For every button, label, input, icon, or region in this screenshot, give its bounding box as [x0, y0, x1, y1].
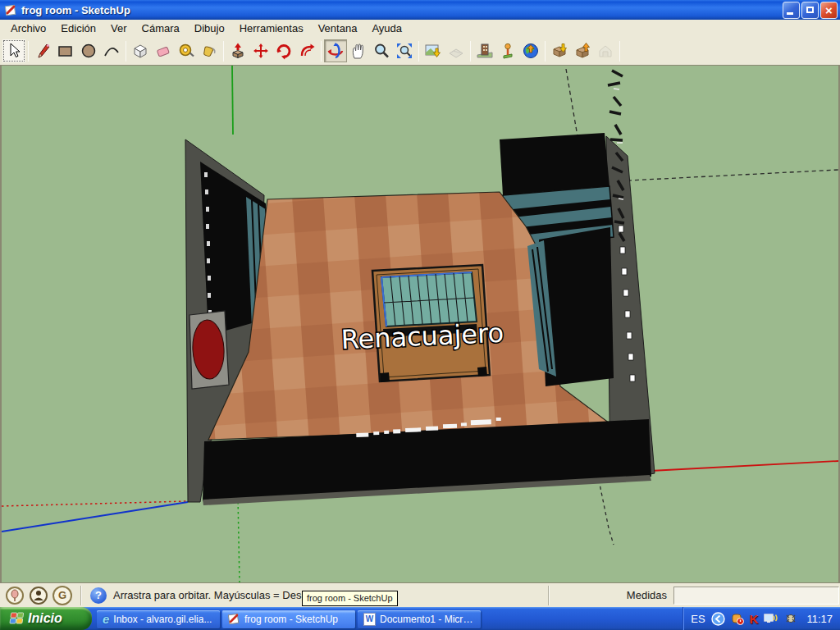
taskbar-task-word[interactable]: W Documento1 - Micros... [358, 610, 481, 628]
select-tool-button[interactable] [2, 39, 25, 62]
offset-tool-button[interactable] [295, 39, 318, 62]
top-cabinet-top [500, 133, 609, 195]
eraser-tool-button[interactable] [152, 39, 175, 62]
taskbar-task-sketchup[interactable]: frog room - SketchUp [222, 610, 355, 628]
component-cube-icon [131, 42, 149, 60]
zoom-extents-tool-button[interactable] [393, 39, 416, 62]
paint-bucket-tool-button[interactable] [198, 39, 221, 62]
menu-dibujo[interactable]: Dibujo [187, 21, 232, 36]
tape-measure-tool-button[interactable] [175, 39, 198, 62]
help-icon[interactable]: ? [90, 587, 107, 604]
hide-icons-chevron[interactable] [711, 612, 725, 626]
minimize-button[interactable] [783, 2, 800, 19]
rotate-tool-button[interactable] [272, 39, 295, 62]
internet-explorer-icon: e [103, 612, 109, 626]
circle-tool-button[interactable] [77, 39, 100, 62]
photo-textures-icon [476, 42, 494, 60]
push-pull-icon [229, 42, 247, 60]
kaspersky-icon[interactable]: K [750, 612, 759, 626]
arc-tool-button[interactable] [100, 39, 123, 62]
claim-credit-icon[interactable] [29, 586, 48, 605]
photo-textures-button[interactable] [473, 39, 496, 62]
get-models-button[interactable] [548, 39, 571, 62]
measurements-label: Medidas [553, 589, 673, 601]
sketchup-logo-icon [4, 3, 17, 16]
toolbar-separator [28, 41, 29, 62]
green-axis [232, 66, 233, 135]
line-tool-button[interactable] [31, 39, 54, 62]
rotate-arrows-icon [275, 42, 293, 60]
get-current-view-icon [424, 42, 442, 60]
language-indicator[interactable]: ES [691, 613, 705, 625]
preview-google-earth-button[interactable] [519, 39, 542, 62]
model-canvas[interactable]: Renacuajero [2, 66, 838, 582]
share-component-icon [596, 42, 614, 60]
status-hint: Arrastra para orbitar. Mayúsculas = Desp… [113, 589, 316, 601]
measurements-field[interactable] [673, 587, 839, 605]
toolbar-separator [619, 41, 620, 62]
word-icon: W [363, 613, 376, 626]
toggle-terrain-button[interactable] [445, 39, 468, 62]
menu-ventana[interactable]: Ventana [311, 21, 365, 36]
pan-tool-button[interactable] [347, 39, 370, 62]
eraser-icon [154, 42, 172, 60]
title-bar[interactable]: frog room - SketchUp × [0, 0, 840, 20]
offset-arrow-icon [298, 42, 316, 60]
share-component-button[interactable] [594, 39, 617, 62]
toolbar-separator [321, 41, 322, 62]
restore-button[interactable] [801, 2, 819, 19]
move-tool-button[interactable] [249, 39, 272, 62]
rectangle-tool-button[interactable] [54, 39, 77, 62]
start-label: Inicio [28, 611, 62, 626]
clock[interactable]: 11:17 [803, 613, 833, 625]
toolbar-separator [545, 41, 546, 62]
menu-ver[interactable]: Ver [103, 21, 135, 36]
make-component-tool-button[interactable] [129, 39, 152, 62]
viewport-3d[interactable]: Renacuajero [0, 66, 840, 582]
table-foot [380, 372, 390, 382]
get-current-view-button[interactable] [422, 39, 445, 62]
close-button[interactable]: × [820, 2, 838, 19]
sketchup-window: frog room - SketchUp × Archivo Edición V… [0, 0, 840, 630]
move-arrows-icon [252, 42, 270, 60]
table-foot [477, 367, 487, 377]
status-bar: G ? Arrastra para orbitar. Mayúsculas = … [0, 582, 840, 607]
toolbar-separator [470, 41, 471, 62]
zoom-extents-icon [395, 42, 413, 60]
paint-bucket-icon [200, 42, 218, 60]
zoom-tool-button[interactable] [370, 39, 393, 62]
taskbar-task-inbox[interactable]: e Inbox - alvaro.gil.elia... [97, 610, 220, 628]
menu-bar: Archivo Edición Ver Cámara Dibujo Herram… [0, 20, 840, 37]
select-arrow-icon [5, 42, 23, 60]
toolbar-separator [223, 41, 224, 62]
add-location-icon [499, 42, 517, 60]
circle-icon [80, 42, 98, 60]
windows-flag-icon [7, 611, 24, 626]
orbit-tool-button[interactable] [324, 39, 347, 62]
terrain-icon [447, 42, 465, 60]
start-button[interactable]: Inicio [0, 607, 92, 630]
status-separator [548, 586, 550, 605]
arc-icon [103, 42, 121, 60]
menu-ayuda[interactable]: Ayuda [364, 21, 409, 36]
get-models-icon [550, 42, 568, 60]
system-tray: ES K 11:17 [682, 607, 840, 630]
toolbar-separator [126, 41, 126, 62]
geolocation-status-icon[interactable] [5, 586, 25, 605]
network-monitor-icon[interactable] [764, 612, 778, 625]
add-location-button[interactable] [496, 39, 519, 62]
window-title: frog room - SketchUp [21, 4, 130, 16]
menu-camara[interactable]: Cámara [135, 21, 187, 36]
toolbar-separator [418, 41, 419, 62]
status-separator [80, 586, 82, 605]
menu-archivo[interactable]: Archivo [3, 21, 53, 36]
push-pull-tool-button[interactable] [226, 39, 249, 62]
share-model-button[interactable] [571, 39, 594, 62]
toolbar [0, 37, 840, 66]
tray-agent-icon[interactable] [784, 612, 797, 625]
menu-herramientas[interactable]: Herramientas [232, 21, 311, 36]
magnifier-icon [372, 42, 390, 60]
google-status-icon[interactable]: G [52, 586, 72, 605]
menu-edicion[interactable]: Edición [53, 21, 103, 36]
antivirus-alert-icon[interactable] [731, 612, 744, 625]
